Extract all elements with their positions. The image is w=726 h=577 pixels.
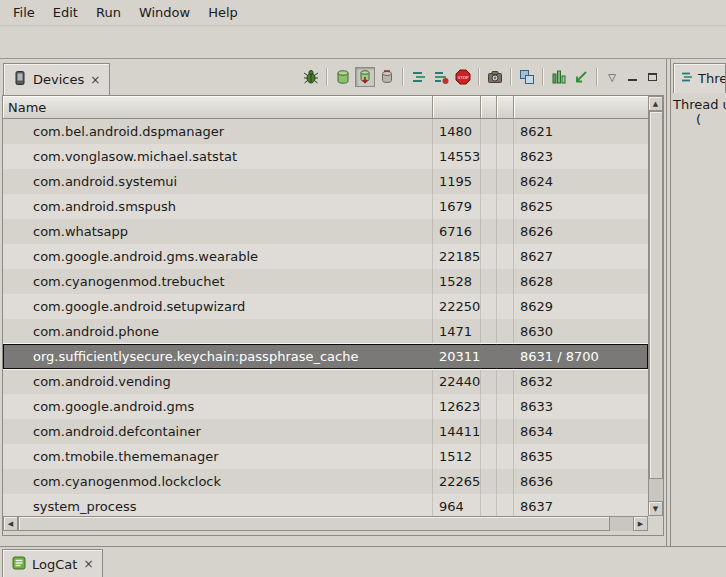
table-row[interactable]: com.android.phone14718630 <box>3 319 648 344</box>
cell-c3 <box>481 144 497 169</box>
column-header-name[interactable]: Name <box>3 96 433 119</box>
main-area: Devices × <box>0 58 726 546</box>
maximize-icon[interactable] <box>643 68 661 86</box>
menu-file[interactable]: File <box>4 0 44 25</box>
update-threads-icon[interactable] <box>409 67 429 87</box>
cell-port: 8628 <box>514 269 648 294</box>
stop-process-icon[interactable]: STOP <box>453 67 473 87</box>
cell-name: com.tmobile.thememanager <box>3 444 433 469</box>
tab-devices[interactable]: Devices × <box>3 63 110 95</box>
close-icon[interactable]: × <box>89 73 101 87</box>
menu-edit[interactable]: Edit <box>44 0 87 25</box>
cell-c3 <box>481 444 497 469</box>
network-stats-icon[interactable] <box>571 67 591 87</box>
table-row[interactable]: com.android.defcontainer144118634 <box>3 419 648 444</box>
table-row[interactable]: com.cyanogenmod.lockclock222658636 <box>3 469 648 494</box>
cell-port: 8624 <box>514 169 648 194</box>
cause-gc-icon[interactable] <box>377 67 397 87</box>
cell-name: org.sufficientlysecure.keychain:passphra… <box>3 344 433 369</box>
cell-c4 <box>497 394 514 419</box>
cell-port: 8632 <box>514 369 648 394</box>
cell-port: 8629 <box>514 294 648 319</box>
table-header: Name <box>3 96 648 119</box>
tab-logcat[interactable]: LogCat × <box>2 549 103 577</box>
cell-c4 <box>497 144 514 169</box>
hierarchy-view-icon[interactable] <box>517 67 537 87</box>
cell-c4 <box>497 419 514 444</box>
horizontal-scroll-thumb[interactable] <box>18 516 610 531</box>
column-header-spacer1 <box>481 96 497 119</box>
threads-message-line2: ( <box>671 112 726 127</box>
vertical-scroll-thumb[interactable] <box>649 111 663 479</box>
table-row[interactable]: com.google.android.setupwizard222508629 <box>3 294 648 319</box>
toolbar-separator <box>596 68 598 86</box>
table-row[interactable]: org.sufficientlysecure.keychain:passphra… <box>3 344 648 369</box>
horizontal-scrollbar[interactable]: ◀ ▶ <box>3 516 648 531</box>
table-row[interactable]: com.cyanogenmod.trebuchet15288628 <box>3 269 648 294</box>
cell-port: 8636 <box>514 469 648 494</box>
scroll-left-icon[interactable]: ◀ <box>3 516 18 531</box>
cell-c3 <box>481 194 497 219</box>
devices-table: Name com.bel.android.dspmanager14808621c… <box>2 95 664 536</box>
cell-c4 <box>497 219 514 244</box>
cell-pid: 20311 <box>433 344 481 369</box>
cell-c4 <box>497 469 514 494</box>
cell-c4 <box>497 194 514 219</box>
cell-pid: 22440 <box>433 369 481 394</box>
menu-run[interactable]: Run <box>87 0 130 25</box>
cell-port: 8630 <box>514 319 648 344</box>
cell-name: com.android.vending <box>3 369 433 394</box>
cell-c4 <box>497 169 514 194</box>
table-row[interactable]: com.android.smspush16798625 <box>3 194 648 219</box>
cell-name: com.android.systemui <box>3 169 433 194</box>
column-header-pid[interactable] <box>433 96 481 119</box>
device-icon <box>12 70 28 89</box>
tab-devices-label: Devices <box>33 72 84 87</box>
screen-capture-icon[interactable] <box>485 67 505 87</box>
cell-c3 <box>481 469 497 494</box>
minimize-icon[interactable] <box>623 68 641 86</box>
table-row[interactable]: com.whatsapp67168626 <box>3 219 648 244</box>
menu-window[interactable]: Window <box>130 0 199 25</box>
cell-port: 8626 <box>514 219 648 244</box>
table-row[interactable]: com.vonglasow.michael.satstat145538623 <box>3 144 648 169</box>
table-row[interactable]: com.android.vending224408632 <box>3 369 648 394</box>
update-heap-icon[interactable] <box>333 67 353 87</box>
cell-port: 8623 <box>514 144 648 169</box>
scroll-right-icon[interactable]: ▶ <box>633 516 648 531</box>
method-profiling-icon[interactable] <box>431 67 451 87</box>
close-icon[interactable]: × <box>82 557 94 571</box>
scroll-up-icon[interactable]: ▲ <box>648 96 663 111</box>
table-row[interactable]: com.tmobile.thememanager15128635 <box>3 444 648 469</box>
cell-port: 8621 <box>514 119 648 144</box>
cell-pid: 14553 <box>433 144 481 169</box>
cell-name: com.google.android.gms <box>3 394 433 419</box>
cell-port: 8634 <box>514 419 648 444</box>
table-row[interactable]: com.google.android.gms.wearable221858627 <box>3 244 648 269</box>
view-menu-icon[interactable]: ▽ <box>603 68 621 86</box>
threads-panel: Threa Thread up ( <box>670 59 726 546</box>
cell-name: com.google.android.gms.wearable <box>3 244 433 269</box>
dump-hprof-icon[interactable] <box>355 67 375 87</box>
debug-icon[interactable] <box>301 67 321 87</box>
cell-pid: 22185 <box>433 244 481 269</box>
cell-name: com.android.smspush <box>3 194 433 219</box>
cell-c4 <box>497 444 514 469</box>
system-info-icon[interactable] <box>549 67 569 87</box>
tab-logcat-label: LogCat <box>32 557 77 572</box>
table-row[interactable]: com.google.android.gms126238633 <box>3 394 648 419</box>
cell-c3 <box>481 319 497 344</box>
column-header-port[interactable] <box>514 96 648 119</box>
table-row[interactable]: com.bel.android.dspmanager14808621 <box>3 119 648 144</box>
scroll-down-icon[interactable]: ▼ <box>648 501 663 516</box>
menu-help[interactable]: Help <box>199 0 247 25</box>
cell-name: com.google.android.setupwizard <box>3 294 433 319</box>
vertical-scrollbar[interactable]: ▲ ▼ <box>648 96 663 516</box>
tab-threads[interactable]: Threa <box>673 63 726 93</box>
logcat-strip: LogCat × <box>0 546 726 577</box>
cell-c3 <box>481 119 497 144</box>
cell-c3 <box>481 219 497 244</box>
table-row[interactable]: com.android.systemui11958624 <box>3 169 648 194</box>
cell-c4 <box>497 344 514 369</box>
cell-c3 <box>481 419 497 444</box>
